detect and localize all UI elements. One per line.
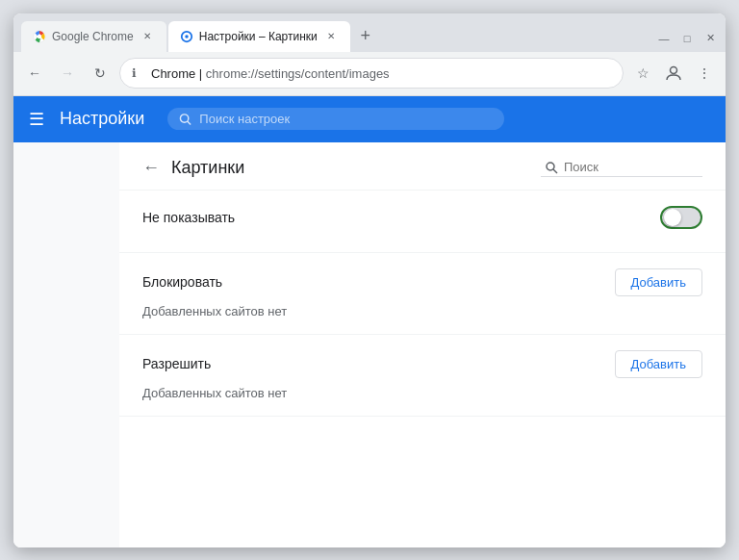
- page-search-input[interactable]: [564, 160, 699, 174]
- tab-settings-images-close[interactable]: ✕: [323, 29, 339, 44]
- svg-point-8: [547, 163, 554, 170]
- tab-settings-images-label: Настройки – Картинки: [199, 30, 318, 43]
- bookmark-button[interactable]: ☆: [629, 60, 656, 87]
- page-header-left: ← Картинки: [142, 158, 244, 178]
- back-button[interactable]: ←: [21, 60, 48, 87]
- section-block: Блокировать Добавить Добавленных сайтов …: [119, 253, 726, 335]
- svg-point-5: [671, 67, 677, 74]
- chrome-tab-favicon: [33, 30, 46, 43]
- address-text: Chrome | chrome://settings/content/image…: [151, 66, 611, 81]
- page-header: ← Картинки: [119, 142, 726, 191]
- svg-point-6: [181, 114, 189, 121]
- forward-button[interactable]: →: [54, 60, 81, 87]
- tab-settings-images[interactable]: Настройки – Картинки ✕: [168, 21, 350, 52]
- page-back-button[interactable]: ←: [142, 158, 160, 178]
- settings-title: Настройки: [60, 109, 144, 129]
- window-controls: — □ ✕: [656, 31, 718, 52]
- svg-point-2: [38, 34, 41, 38]
- allow-add-button[interactable]: Добавить: [615, 350, 702, 378]
- browser-window: Google Chrome ✕ Настройки – Картинки ✕ +…: [13, 13, 726, 547]
- hamburger-icon[interactable]: ☰: [29, 109, 44, 130]
- tab-google-chrome[interactable]: Google Chrome ✕: [21, 21, 166, 52]
- toggle-knob: [664, 209, 681, 226]
- svg-line-7: [188, 121, 191, 124]
- minimize-button[interactable]: —: [656, 31, 672, 46]
- sidebar: [13, 142, 119, 547]
- svg-line-9: [553, 169, 557, 173]
- nav-bar: ← → ↻ ℹ Chrome | chrome://settings/conte…: [13, 52, 726, 96]
- section-allow-row: Разрешить Добавить: [142, 350, 702, 378]
- section-no-show: Не показывать: [119, 191, 726, 253]
- page-search[interactable]: [541, 158, 702, 177]
- profile-button[interactable]: [660, 60, 687, 87]
- svg-point-4: [185, 35, 189, 38]
- no-show-label: Не показывать: [142, 210, 235, 225]
- allow-label: Разрешить: [142, 356, 211, 371]
- maximize-button[interactable]: □: [679, 31, 695, 46]
- main-content: ← Картинки Не показывать: [119, 142, 726, 547]
- settings-search[interactable]: [167, 108, 504, 130]
- no-show-toggle[interactable]: [660, 206, 702, 229]
- address-bar[interactable]: ℹ Chrome | chrome://settings/content/ima…: [119, 58, 624, 89]
- block-add-button[interactable]: Добавить: [615, 268, 702, 296]
- block-empty-text: Добавленных сайтов нет: [142, 304, 702, 318]
- section-no-show-row: Не показывать: [142, 206, 702, 229]
- menu-button[interactable]: ⋮: [691, 60, 718, 87]
- close-button[interactable]: ✕: [702, 31, 718, 46]
- tab-google-chrome-label: Google Chrome: [52, 30, 134, 43]
- page-search-icon: [545, 161, 558, 174]
- allow-empty-text: Добавленных сайтов нет: [142, 386, 702, 400]
- section-allow: Разрешить Добавить Добавленных сайтов не…: [119, 335, 726, 417]
- content-area: ← Картинки Не показывать: [13, 142, 726, 547]
- settings-search-icon: [179, 113, 191, 126]
- section-block-row: Блокировать Добавить: [142, 268, 702, 296]
- settings-header: ☰ Настройки: [13, 96, 726, 142]
- block-label: Блокировать: [142, 274, 222, 290]
- new-tab-button[interactable]: +: [352, 23, 379, 50]
- profile-icon: [665, 64, 682, 82]
- page-title: Картинки: [171, 158, 244, 178]
- toggle-wrapper: [660, 206, 702, 229]
- settings-tab-favicon: [180, 30, 193, 43]
- settings-search-input[interactable]: [199, 112, 493, 126]
- title-bar: Google Chrome ✕ Настройки – Картинки ✕ +…: [13, 13, 726, 52]
- nav-right-buttons: ☆ ⋮: [629, 60, 718, 87]
- address-lock-icon: ℹ: [132, 66, 145, 80]
- tab-google-chrome-close[interactable]: ✕: [140, 29, 155, 44]
- reload-button[interactable]: ↻: [87, 60, 114, 87]
